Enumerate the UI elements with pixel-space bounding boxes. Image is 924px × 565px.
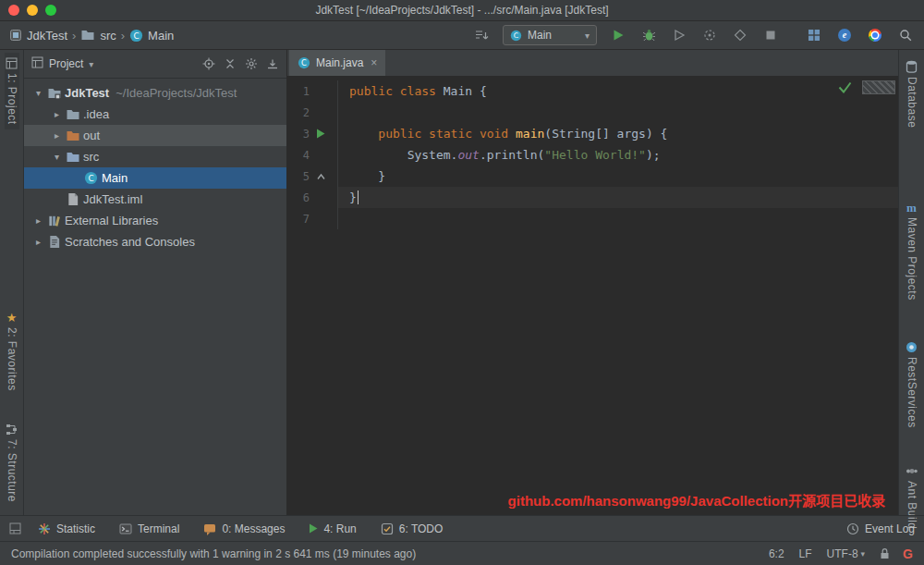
list-arrow-button[interactable] — [472, 26, 491, 44]
coverage-button[interactable] — [670, 26, 688, 44]
project-view-select[interactable]: Project ▾ — [31, 56, 93, 71]
tree-item-idea[interactable]: ▸.idea — [24, 104, 286, 125]
code-line-1[interactable]: 1public class Main { — [287, 80, 898, 102]
attach-button[interactable] — [731, 26, 749, 44]
toolwindow-button-label: 0: Messages — [222, 522, 285, 535]
grid-button[interactable] — [805, 26, 823, 44]
breadcrumb-jdktest[interactable]: JdkTest — [9, 29, 67, 43]
breadcrumb-src[interactable]: src — [80, 28, 116, 43]
search-button[interactable] — [896, 26, 915, 44]
tree-item-src[interactable]: ▾src — [24, 146, 286, 167]
tree-expand-arrow[interactable]: ▸ — [50, 130, 64, 141]
bottom-left-group: StatisticTerminal0: Messages4: Run6: TOD… — [38, 522, 443, 535]
close-tab-icon[interactable]: × — [371, 56, 377, 69]
code-token: } — [349, 187, 357, 208]
toolwindows-icon[interactable] — [9, 522, 21, 534]
close-window-button[interactable] — [8, 5, 19, 16]
code-line-2[interactable]: 2 — [287, 102, 898, 123]
toolwindow-button-4-run[interactable]: 4: Run — [309, 522, 356, 535]
run-configuration-select[interactable]: C Main ▾ — [503, 25, 597, 45]
folder-project-icon — [45, 86, 63, 101]
code-line-4[interactable]: 4 System.out.println("Hello World!"); — [287, 144, 898, 166]
tree-expand-arrow[interactable]: ▸ — [31, 237, 45, 247]
arrow-gutter-icon[interactable] — [310, 172, 332, 181]
tree-item-scratches-and-consoles[interactable]: ▸Scratches and Consoles — [24, 231, 286, 252]
locate-button[interactable] — [202, 57, 215, 70]
line-number: 7 — [287, 213, 310, 226]
class-icon: C — [129, 29, 143, 43]
tree-item-external-libraries[interactable]: ▸External Libraries — [24, 210, 286, 231]
code-token — [349, 144, 407, 166]
tree-item-label: src — [83, 150, 99, 164]
tree-item-out[interactable]: ▸out — [24, 125, 286, 146]
file-iml-icon — [64, 192, 81, 206]
status-icon-group: G — [880, 547, 913, 560]
code-token: "Hello World!" — [544, 144, 646, 166]
stop-button[interactable] — [761, 26, 780, 44]
gradle-icon[interactable]: G — [903, 547, 913, 560]
window-title: JdkTest [~/IdeaProjects/JdkTest] - .../s… — [0, 4, 924, 17]
code-editor[interactable]: 1public class Main {23 public static voi… — [287, 77, 898, 515]
code-token: ); — [646, 144, 661, 166]
browser-button[interactable]: e — [835, 26, 854, 44]
grid-icon — [808, 29, 821, 42]
debug-button[interactable] — [639, 26, 658, 44]
toolwindow-button-event-log[interactable]: Event Log — [846, 522, 915, 535]
stripe-button-database[interactable]: Database — [905, 55, 919, 132]
inspections-ok-icon[interactable] — [838, 80, 852, 97]
line-separator-widget[interactable]: LF — [799, 547, 812, 560]
tree-item-jdktest[interactable]: ▾JdkTest~/IdeaProjects/JdkTest — [24, 82, 286, 104]
line-number: 6 — [287, 191, 310, 204]
folder-source-icon — [64, 150, 81, 165]
code-line-7[interactable]: 7 — [287, 208, 898, 229]
stripe-button-maven-projects[interactable]: mMaven Projects — [905, 197, 919, 305]
toolwindow-button-label: Event Log — [865, 522, 915, 535]
stripe-button-1-project[interactable]: 1: Project — [5, 53, 19, 129]
toolwindow-button-terminal[interactable]: Terminal — [119, 522, 179, 535]
chevron-down-icon: ▾ — [89, 59, 93, 69]
stripe-button-restservices[interactable]: RestServices — [905, 337, 919, 433]
profiler-button[interactable] — [700, 26, 719, 44]
folder-icon — [80, 28, 95, 43]
project-panel-icon — [31, 56, 43, 71]
encoding-widget[interactable]: UTF-8 ▾ — [827, 547, 866, 560]
toolwindow-button-0-messages[interactable]: 0: Messages — [203, 522, 285, 535]
tree-expand-arrow[interactable]: ▸ — [31, 215, 45, 226]
hide-button[interactable] — [266, 57, 279, 70]
code-line-5[interactable]: 5 } — [287, 166, 898, 187]
tree-expand-arrow[interactable]: ▾ — [31, 88, 45, 98]
toolbar-right: C Main ▾ e — [472, 25, 915, 45]
status-message[interactable]: Compilation completed successfully with … — [11, 547, 769, 560]
breadcrumb-separator: › — [121, 29, 125, 43]
toolwindow-button-6-todo[interactable]: 6: TODO — [381, 522, 444, 535]
tree-item-main[interactable]: CMain — [24, 167, 286, 189]
minimize-window-button[interactable] — [27, 5, 38, 16]
breadcrumb-main[interactable]: CMain — [129, 29, 174, 43]
chrome-button[interactable] — [866, 26, 884, 44]
editor-tabbar: C Main.java × — [287, 50, 898, 77]
fullscreen-window-button[interactable] — [45, 5, 56, 16]
settings-icon — [245, 57, 258, 70]
status-bar: Compilation completed successfully with … — [0, 541, 924, 565]
toolwindow-button-statistic[interactable]: Statistic — [38, 522, 95, 535]
tab-main-java[interactable]: C Main.java × — [289, 50, 385, 76]
code-line-3[interactable]: 3 public static void main(String[] args)… — [287, 123, 898, 144]
code-line-6[interactable]: 6} — [287, 187, 898, 208]
encoding-value: UTF-8 — [827, 547, 858, 560]
code-text — [338, 102, 898, 123]
tree-expand-arrow[interactable]: ▸ — [50, 109, 64, 119]
profiler-icon — [703, 29, 716, 42]
caret-position-widget[interactable]: 6:2 — [769, 547, 784, 560]
stripe-button-7-structure[interactable]: 7: Structure — [5, 419, 19, 507]
coverage-icon — [673, 29, 686, 42]
settings-button[interactable] — [245, 57, 258, 70]
scrollbar-thumb[interactable] — [862, 80, 895, 94]
run-gutter-icon[interactable] — [310, 129, 332, 139]
tree-item-jdktest-iml[interactable]: JdkTest.iml — [24, 189, 286, 210]
play-button[interactable] — [609, 26, 627, 44]
stripe-button-2-favorites[interactable]: ★2: Favorites — [5, 307, 19, 396]
tree-expand-arrow[interactable]: ▾ — [50, 152, 64, 162]
debug-icon — [642, 29, 656, 42]
lock-icon[interactable] — [880, 547, 890, 559]
collapse-button[interactable] — [224, 57, 237, 70]
